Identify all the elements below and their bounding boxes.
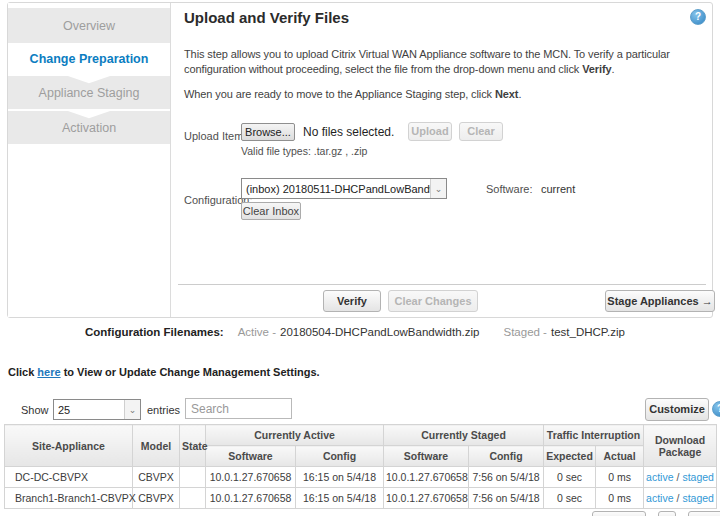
staged-software-cell: 10.0.1.27.670658 [384,488,469,509]
download-staged-link[interactable]: staged [682,492,714,504]
model-cell: CBVPX [133,467,180,488]
help-icon[interactable]: ? [690,9,706,25]
stage-appliances-button[interactable]: Stage Appliances → [605,290,715,312]
clear-changes-button[interactable]: Clear Changes [388,290,478,312]
change-management-wizard: Overview Change Preparation Appliance St… [7,2,713,318]
configuration-select[interactable]: (inbox) 20180511-DHCPandLowBandwidth-HA … [241,178,447,199]
model-cell: CBVPX [133,488,180,509]
wizard-step-appliance-staging[interactable]: Appliance Staging [8,76,170,109]
download-staged-link[interactable]: staged [682,471,714,483]
upload-item-label: Upload Item: [184,130,246,142]
software-label: Software: [486,183,532,195]
staged-config-cell: 7:56 on 5/4/18 [469,467,544,488]
pagination-next-button[interactable] [688,511,720,516]
staged-config-cell: 7:56 on 5/4/18 [469,488,544,509]
expected-cell: 0 sec [544,488,596,509]
download-package-cell: active / staged [644,488,717,509]
clear-inbox-button[interactable]: Clear Inbox [241,202,301,220]
customize-button[interactable]: Customize [645,398,709,421]
valid-file-types-note: Valid file types: .tar.gz , .zip [241,145,367,157]
state-cell [180,467,206,488]
wizard-step-activation[interactable]: Activation [8,111,170,144]
col-group-currently-active: Currently Active [206,425,384,446]
chevron-down-icon: ⌄ [124,400,140,419]
configuration-selected-value: (inbox) 20180511-DHCPandLowBandwidth-HA [242,183,430,195]
intro-paragraph: This step allows you to upload Citrix Vi… [184,47,704,77]
col-download-package: Download Package [644,425,717,467]
active-software-cell: 10.0.1.27.670658 [206,467,296,488]
content-divider [178,284,706,285]
browse-button[interactable]: Browse... [241,123,295,141]
site-appliance-cell: DC-DC-CBVPX [5,467,133,488]
col-state: State [180,425,206,467]
col-group-traffic-interruption: Traffic Interruption [544,425,644,446]
no-files-selected-text: No files selected. [303,125,394,139]
staged-file-name: test_DHCP.zip [551,326,625,338]
upload-button[interactable]: Upload [408,122,452,141]
software-value: current [541,183,575,195]
expected-cell: 0 sec [544,467,596,488]
staged-software-cell: 10.0.1.27.670658 [384,467,469,488]
table-row: DC-DC-CBVPX CBVPX 10.0.1.27.670658 16:15… [5,467,717,488]
configuration-filenames-line: Configuration Filenames: Active - 201805… [85,326,625,338]
active-file-prefix: Active - [238,326,276,338]
wizard-step-change-preparation[interactable]: Change Preparation [8,44,170,74]
actual-cell: 0 ms [596,488,644,509]
table-header-group-row: Site-Appliance Model State Currently Act… [5,425,717,446]
entries-label: entries [147,404,180,416]
col-site-appliance: Site-Appliance [5,425,133,467]
next-step-paragraph: When you are ready to move to the Applia… [184,87,720,102]
next-keyword: Next [495,88,518,100]
active-software-cell: 10.0.1.27.670658 [206,488,296,509]
search-input[interactable] [185,398,292,419]
change-management-settings-line: Click here to View or Update Change Mana… [8,366,320,378]
settings-here-link[interactable]: here [37,366,60,378]
page-size-select[interactable]: 25 ⌄ [53,399,141,420]
verify-keyword: Verify [582,63,611,75]
col-staged-config: Config [469,446,544,467]
chevron-down-icon: ⌄ [430,179,446,198]
active-config-cell: 16:15 on 5/4/18 [296,488,384,509]
col-active-config: Config [296,446,384,467]
wizard-step-overview[interactable]: Overview [8,8,170,43]
next-step-text: When you are ready to move to the Applia… [184,88,495,100]
pagination-page-button[interactable] [658,511,676,516]
table-help-icon[interactable]: ? [712,401,720,417]
page-size-value: 25 [54,404,124,416]
actual-cell: 0 ms [596,467,644,488]
download-active-link[interactable]: active [646,471,673,483]
wizard-step-sidebar: Overview Change Preparation Appliance St… [8,3,171,317]
col-staged-software: Software [384,446,469,467]
clear-upload-button[interactable]: Clear [459,122,503,141]
active-config-cell: 16:15 on 5/4/18 [296,467,384,488]
col-actual: Actual [596,446,644,467]
staged-file-prefix: Staged - [503,326,546,338]
page-title: Upload and Verify Files [184,9,349,26]
state-cell [180,488,206,509]
appliances-table: Site-Appliance Model State Currently Act… [4,424,717,509]
col-model: Model [133,425,180,467]
col-group-currently-staged: Currently Staged [384,425,544,446]
active-file-name: 20180504-DHCPandLowBandwidth.zip [280,326,479,338]
site-appliance-cell: Branch1-Branch1-CBVPX [5,488,133,509]
pagination-previous-button[interactable] [592,511,646,516]
table-row: Branch1-Branch1-CBVPX CBVPX 10.0.1.27.67… [5,488,717,509]
col-active-software: Software [206,446,296,467]
show-label: Show [21,404,49,416]
verify-button[interactable]: Verify [323,290,381,312]
download-active-link[interactable]: active [646,492,673,504]
configuration-filenames-label: Configuration Filenames: [85,326,224,338]
download-package-cell: active / staged [644,467,717,488]
col-expected: Expected [544,446,596,467]
